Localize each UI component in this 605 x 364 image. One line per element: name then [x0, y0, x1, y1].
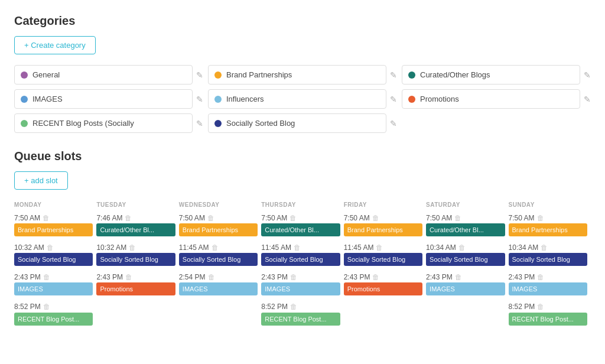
slot-tag[interactable]: Brand Partnerships [179, 223, 258, 236]
day-header: SUNDAY [509, 199, 591, 213]
categories-section: Categories + Create category General ✎ B… [14, 14, 591, 133]
time-cell [96, 301, 178, 312]
trash-icon[interactable]: 🗑 [541, 243, 548, 252]
edit-icon[interactable]: ✎ [196, 70, 203, 80]
slot-tag[interactable]: Socially Sorted Blog [344, 253, 422, 266]
category-row: IMAGES ✎ [14, 89, 203, 109]
category-dot [408, 72, 415, 79]
slot-tag[interactable]: IMAGES [14, 282, 93, 295]
trash-icon[interactable]: 🗑 [537, 273, 544, 281]
category-row: RECENT Blog Posts (Socially ✎ [14, 113, 203, 133]
slot-tag[interactable]: IMAGES [261, 282, 340, 295]
trash-icon[interactable]: 🗑 [294, 243, 301, 252]
slot-tag[interactable]: RECENT Blog Post... [509, 313, 587, 326]
time-cell: 8:52 PM🗑 [261, 301, 343, 312]
slot-tag[interactable]: Brand Partnerships [14, 223, 93, 236]
slot-tag[interactable]: Socially Sorted Blog [179, 253, 258, 266]
create-category-button[interactable]: + Create category [14, 36, 96, 54]
time-cell: 7:50 AM🗑 [509, 213, 591, 223]
category-name: Influencers [226, 95, 264, 103]
category-dot [408, 96, 415, 103]
time-cell: 2:43 PM🗑 [344, 272, 426, 282]
slot-tag[interactable]: Promotions [96, 282, 175, 295]
time-cell: 8:52 PM🗑 [14, 301, 96, 312]
trash-icon[interactable]: 🗑 [372, 273, 379, 281]
category-row: General ✎ [14, 65, 203, 84]
trash-icon[interactable]: 🗑 [208, 273, 215, 281]
trash-icon[interactable]: 🗑 [43, 303, 50, 311]
edit-icon[interactable]: ✎ [390, 119, 397, 128]
edit-icon[interactable]: ✎ [390, 95, 397, 104]
slot-tag[interactable]: Curated/Other Bl... [426, 223, 505, 236]
trash-icon[interactable]: 🗑 [455, 273, 462, 281]
category-name: Curated/Other Blogs [420, 70, 490, 79]
trash-icon[interactable]: 🗑 [207, 214, 214, 222]
day-header: WEDNESDAY [179, 199, 261, 213]
trash-icon[interactable]: 🗑 [47, 243, 54, 252]
slot-time: 11:45 AM [261, 243, 291, 252]
categories-title: Categories [14, 14, 591, 28]
add-slot-button[interactable]: + add slot [14, 171, 68, 190]
slot-tag[interactable]: IMAGES [509, 282, 587, 295]
category-box: Socially Sorted Blog [208, 113, 386, 133]
slot-time: 2:43 PM [261, 273, 288, 281]
time-cell: 2:43 PM🗑 [261, 272, 343, 282]
trash-icon[interactable]: 🗑 [290, 303, 297, 311]
tag-row: Brand PartnershipsCurated/Other Bl...Bra… [14, 223, 591, 242]
tag-cell: Socially Sorted Blog [509, 253, 591, 272]
trash-icon[interactable]: 🗑 [129, 243, 136, 252]
slot-tag[interactable]: IMAGES [179, 282, 258, 295]
slot-tag[interactable]: RECENT Blog Post... [14, 313, 93, 326]
slot-tag[interactable]: Promotions [344, 282, 422, 295]
slot-time: 7:50 AM [261, 214, 287, 222]
edit-icon[interactable]: ✎ [584, 95, 591, 104]
trash-icon[interactable]: 🗑 [290, 214, 297, 222]
trash-icon[interactable]: 🗑 [290, 273, 297, 281]
tag-cell: Socially Sorted Blog [261, 253, 343, 272]
tag-cell: RECENT Blog Post... [14, 312, 96, 332]
slot-tag[interactable]: Socially Sorted Blog [426, 253, 505, 266]
tag-cell: Brand Partnerships [509, 223, 591, 242]
slot-time: 8:52 PM [14, 303, 41, 311]
edit-icon[interactable]: ✎ [196, 119, 203, 128]
slot-tag[interactable]: Socially Sorted Blog [509, 253, 587, 266]
trash-icon[interactable]: 🗑 [372, 214, 379, 222]
edit-icon[interactable]: ✎ [390, 70, 397, 80]
time-cell: 7:46 AM🗑 [96, 213, 178, 223]
trash-icon[interactable]: 🗑 [537, 303, 544, 311]
time-cell [426, 301, 508, 312]
slot-tag[interactable]: Brand Partnerships [509, 223, 587, 236]
slot-tag[interactable]: Curated/Other Bl... [96, 223, 175, 236]
category-row: Brand Partnerships ✎ [208, 65, 397, 84]
edit-icon[interactable]: ✎ [196, 95, 203, 104]
trash-icon[interactable]: 🗑 [537, 214, 544, 222]
trash-icon[interactable]: 🗑 [212, 243, 219, 252]
time-cell: 7:50 AM🗑 [426, 213, 508, 223]
slot-time: 10:34 AM [426, 243, 456, 252]
slot-tag[interactable]: Brand Partnerships [344, 223, 422, 236]
trash-icon[interactable]: 🗑 [125, 214, 132, 222]
trash-icon[interactable]: 🗑 [43, 214, 50, 222]
tag-cell: IMAGES [179, 282, 261, 301]
time-cell: 8:52 PM🗑 [509, 301, 591, 312]
slot-tag[interactable]: IMAGES [426, 282, 505, 295]
edit-icon[interactable]: ✎ [584, 70, 591, 80]
slot-time: 10:34 AM [509, 243, 539, 252]
slot-tag[interactable]: Socially Sorted Blog [261, 253, 340, 266]
trash-icon[interactable]: 🗑 [454, 214, 461, 222]
tag-cell: IMAGES [509, 282, 591, 301]
trash-icon[interactable]: 🗑 [376, 243, 383, 252]
slot-tag[interactable]: Socially Sorted Blog [96, 253, 175, 266]
trash-icon[interactable]: 🗑 [458, 243, 466, 252]
trash-icon[interactable]: 🗑 [125, 273, 132, 281]
trash-icon[interactable]: 🗑 [43, 273, 50, 281]
tag-cell: Promotions [344, 282, 426, 301]
slot-tag[interactable]: Curated/Other Bl... [261, 223, 340, 236]
time-row: 7:50 AM🗑7:46 AM🗑7:50 AM🗑7:50 AM🗑7:50 AM🗑… [14, 213, 591, 223]
category-row: Curated/Other Blogs ✎ [402, 65, 591, 84]
slot-tag[interactable]: RECENT Blog Post... [261, 313, 340, 326]
slot-tag[interactable]: Socially Sorted Blog [14, 253, 93, 266]
category-name: RECENT Blog Posts (Socially [32, 119, 134, 128]
category-box: Promotions [402, 89, 580, 109]
slot-time: 2:43 PM [344, 273, 370, 281]
